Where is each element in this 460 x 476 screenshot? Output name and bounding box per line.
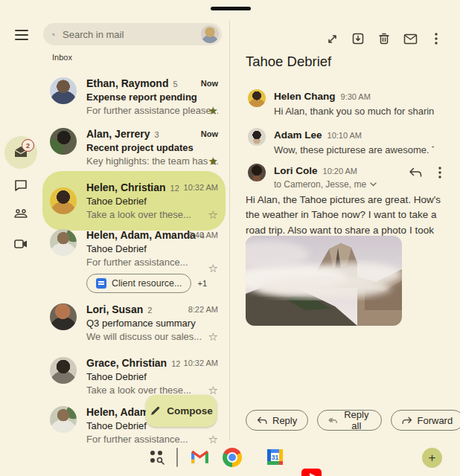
email-row-grace-christian[interactable]: Grace, Christian12 10:32 AM Tahoe Debrie…	[42, 351, 226, 402]
email-snippet: For further assistance...	[86, 257, 218, 268]
menu-hamburger-icon[interactable]	[15, 30, 28, 40]
pane-divider	[229, 21, 230, 440]
reply-all-button[interactable]: Reply all	[317, 410, 381, 431]
more-icon[interactable]	[438, 167, 441, 178]
reply-all-icon	[328, 416, 337, 425]
message-lori-cole[interactable]: Lori Cole10:20 AM to Cameron, Jesse, me	[248, 164, 397, 190]
reply-label: Reply	[272, 415, 297, 426]
sender-name: Alan, Jerrery	[86, 128, 150, 140]
reply-button[interactable]: Reply	[246, 410, 308, 431]
taskbar: 31 +	[0, 440, 460, 476]
sender-avatar	[50, 187, 77, 214]
sender-name: Grace, Christian	[86, 357, 167, 369]
star-icon[interactable]: ☆	[208, 208, 218, 222]
search-input[interactable]	[61, 28, 195, 41]
message-time: 10:20 AM	[323, 167, 357, 176]
sender-avatar	[50, 128, 77, 155]
email-time: 9:40 AM	[188, 231, 218, 239]
reply-all-label: Reply all	[342, 409, 370, 431]
reply-icon[interactable]	[409, 167, 422, 178]
rail-item-mail[interactable]: 2	[4, 136, 37, 169]
attachment-extra-count: +1	[197, 279, 207, 288]
gmail-tablet-screen: 2 Inbox Ethan, Raymond5 Now	[0, 0, 460, 476]
email-row-ethan-raymond[interactable]: Ethan, Raymond5 Now Expense report pendi…	[42, 71, 226, 122]
email-time: Now	[201, 79, 218, 88]
sender-avatar	[50, 229, 77, 256]
email-time: 10:32 AM	[184, 183, 218, 192]
email-time: 10:32 AM	[184, 358, 218, 367]
thread-count: 12	[170, 184, 179, 193]
more-icon[interactable]	[429, 31, 444, 46]
forward-button[interactable]: Forward	[391, 410, 460, 431]
gmail-icon[interactable]	[191, 450, 209, 467]
svg-text:31: 31	[272, 454, 279, 461]
email-subject: Expense report pending	[86, 91, 218, 103]
forward-icon	[402, 416, 412, 425]
sender-name: Helen, Adam, Amanda	[86, 229, 196, 241]
chrome-icon[interactable]	[223, 448, 242, 467]
email-time: 8:22 AM	[188, 305, 218, 314]
message-snippet: Hi Alan, thank you so much for sharin...	[274, 106, 434, 117]
sender-name: Helen, Christian	[86, 181, 166, 193]
chevron-down-icon[interactable]	[370, 182, 377, 187]
chat-icon	[13, 178, 28, 193]
delete-icon[interactable]	[377, 31, 392, 46]
rail-item-meet[interactable]	[4, 228, 37, 260]
star-icon[interactable]: ☆	[208, 330, 218, 344]
email-snippet: Take a look over these...	[86, 209, 218, 220]
message-snippet: Wow, these picturese are awesome. T...	[274, 144, 434, 155]
camera-notch-bar	[211, 7, 251, 10]
email-row-lori-susan[interactable]: Lori, Susan2 8:22 AM Q3 perfomance summa…	[42, 298, 226, 348]
email-snippet: For further assistance please...	[86, 105, 218, 116]
video-meet-icon	[13, 236, 29, 252]
thread-count: 5	[173, 80, 177, 89]
email-snippet: Take a look over these...	[86, 385, 218, 396]
search-icon	[52, 29, 55, 40]
document-icon	[96, 278, 106, 289]
email-subject: Recent project updates	[86, 142, 218, 153]
email-row-helen-christian-selected[interactable]: Helen, Christian12 10:32 AM Tahoe Debrie…	[42, 171, 226, 231]
attachment-chip[interactable]: Client resource...	[86, 274, 191, 293]
star-icon[interactable]: ★	[208, 155, 218, 168]
sender-name: Lori, Susan	[86, 303, 143, 315]
email-subject: Q3 perfomance summary	[86, 318, 218, 329]
yosemite-cliff-image	[246, 236, 402, 326]
email-row-alan-jerrery[interactable]: Alan, Jerrery3 Now Recent project update…	[42, 122, 226, 173]
search-bar[interactable]	[43, 23, 222, 45]
compose-button[interactable]: Compose	[146, 395, 217, 427]
thread-count: 2	[147, 306, 152, 315]
taskbar-divider	[176, 448, 178, 467]
message-sender: Lori Cole	[274, 165, 318, 176]
star-icon[interactable]: ★	[208, 104, 218, 118]
pencil-icon	[150, 405, 161, 416]
sender-avatar	[50, 303, 77, 330]
email-row-helen-adam-amanda[interactable]: Helen, Adam, Amanda4 9:40 AM Tahoe Debri…	[42, 223, 226, 299]
email-subject: Tahoe Debrief	[86, 371, 218, 382]
archive-icon[interactable]	[351, 31, 365, 46]
star-icon[interactable]: ☆	[208, 262, 218, 275]
youtube-icon[interactable]	[301, 469, 322, 476]
message-helen-chang[interactable]: Helen Chang9:30 AM Hi Alan, thank you so…	[248, 89, 443, 117]
yosemite-photo-attachment[interactable]	[246, 236, 402, 326]
calendar-icon[interactable]: 31	[266, 448, 284, 469]
account-avatar[interactable]	[201, 25, 219, 43]
message-time: 10:10 AM	[328, 131, 362, 140]
message-recipients: to Cameron, Jesse, me	[274, 179, 366, 190]
plus-button[interactable]: +	[422, 448, 442, 468]
spaces-icon	[13, 205, 29, 222]
message-sender: Adam Lee	[274, 129, 322, 141]
mark-unread-icon[interactable]	[403, 31, 418, 46]
unread-badge: 2	[22, 139, 34, 152]
attachment-label: Client resource...	[112, 278, 182, 289]
sender-avatar	[248, 89, 266, 107]
app-search-icon[interactable]	[147, 448, 165, 469]
sender-avatar	[50, 357, 77, 384]
email-snippet: Key highlights: the team has a...	[86, 155, 218, 167]
expand-icon[interactable]	[325, 31, 339, 46]
reply-icon	[257, 416, 267, 425]
message-adam-lee[interactable]: Adam Lee10:10 AM Wow, these picturese ar…	[248, 128, 443, 155]
compose-label: Compose	[167, 405, 213, 416]
forward-label: Forward	[418, 415, 453, 426]
rail-item-spaces[interactable]	[4, 197, 37, 230]
message-sender: Helen Chang	[274, 91, 336, 102]
